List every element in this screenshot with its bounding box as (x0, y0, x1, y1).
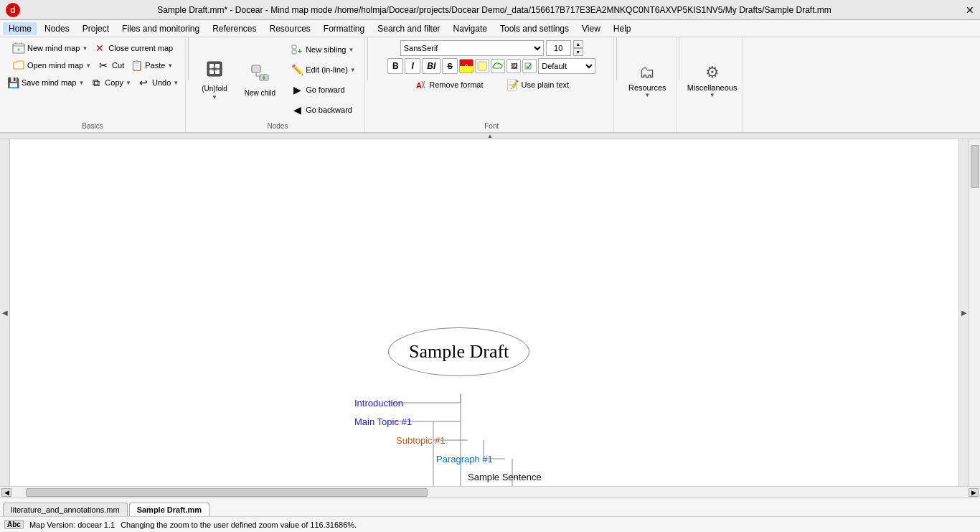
menu-navigate[interactable]: Navigate (448, 22, 493, 35)
go-forward-button[interactable]: ▶ Go forward (286, 80, 360, 99)
bold-button[interactable]: B (387, 58, 403, 74)
left-panel-toggle[interactable]: ◀ (0, 139, 10, 486)
right-panel-toggle[interactable]: ▶ (958, 139, 969, 486)
italic-button[interactable]: I (405, 58, 420, 74)
vscroll-thumb[interactable] (971, 145, 979, 188)
cloud-button[interactable] (491, 59, 505, 73)
open-map-icon (12, 59, 25, 72)
sep1 (188, 37, 189, 80)
paste-arrow: ▼ (167, 62, 173, 69)
menu-home[interactable]: Home (3, 22, 37, 35)
resources-icon: 🗂 (639, 63, 655, 82)
style-select[interactable]: Default (538, 58, 595, 74)
edit-inline-button[interactable]: ✏️ Edit (in-line) ▼ (286, 60, 360, 79)
tab-sample-draft[interactable]: Sample Draft.mm (129, 503, 209, 516)
menu-formatting[interactable]: Formatting (318, 22, 370, 35)
copy-label: Copy (105, 78, 123, 87)
node-sample-sentence-1[interactable]: Sample Sentence (468, 472, 542, 482)
paragraph-1-label: Paragraph #1 (436, 454, 493, 465)
remove-format-button[interactable]: A Remove format (410, 75, 487, 94)
main-area: ◀ (0, 139, 980, 486)
main-topic-1-label: Main Topic #1 (354, 416, 412, 427)
go-backward-button[interactable]: ◀ Go backward (286, 101, 360, 119)
unfold-button[interactable]: (Un)fold ▼ (195, 55, 234, 104)
undo-button[interactable]: ↩ Undo ▼ (135, 75, 181, 90)
toolbar-basics: + New mind map ▼ ✕ Close current map (0, 37, 186, 132)
paste-icon: 📋 (130, 59, 143, 72)
misc-arrow: ▼ (710, 92, 715, 98)
svg-rect-5 (207, 62, 222, 76)
node-paragraph-1[interactable]: Paragraph #1 (436, 454, 493, 465)
menu-tools[interactable]: Tools and settings (494, 22, 575, 35)
nodes-right-col: + New sibling ▼ ✏️ Edit (in-line) ▼ ▶ Go… (286, 40, 360, 119)
canvas[interactable]: Sample Draft Introduction Main Topic #1 … (10, 139, 958, 486)
check-icon-button[interactable] (522, 59, 537, 73)
node-subtopic-1[interactable]: Subtopic #1 (396, 435, 446, 446)
horizontal-scrollbar[interactable]: ◀ ▶ (0, 486, 980, 498)
go-backward-icon: ◀ (291, 103, 303, 116)
sep2 (367, 37, 368, 80)
menu-view[interactable]: View (576, 22, 606, 35)
font-size-input[interactable] (546, 40, 571, 56)
unfold-arrow: ▼ (212, 94, 217, 101)
open-mind-map-button[interactable]: Open mind map ▼ (10, 57, 93, 73)
toolbar: + New mind map ▼ ✕ Close current map (0, 37, 980, 134)
menu-search[interactable]: Search and filter (372, 22, 446, 35)
close-current-map-button[interactable]: ✕ Close current map (91, 40, 175, 56)
new-map-arrow: ▼ (82, 45, 88, 52)
toolbar-collapse[interactable]: ▲ (0, 134, 980, 139)
paste-button[interactable]: 📋 Paste ▼ (128, 57, 175, 73)
svg-text:A: A (416, 81, 422, 90)
app-logo: d (6, 3, 20, 17)
mindmap-lines (10, 139, 943, 486)
hscroll-right[interactable]: ▶ (969, 488, 979, 497)
new-sibling-label: New sibling (306, 45, 346, 54)
hscroll-thumb[interactable] (26, 488, 428, 497)
basics-label: Basics (0, 122, 185, 130)
strikethrough-button[interactable]: S (442, 58, 458, 74)
new-mind-map-button[interactable]: + New mind map ▼ (10, 40, 90, 56)
menu-project[interactable]: Project (77, 22, 115, 35)
copy-button[interactable]: ⧉ Copy ▼ (88, 75, 133, 90)
close-current-map-label: Close current map (108, 44, 173, 52)
menu-nodes[interactable]: Nodes (39, 22, 75, 35)
copy-icon: ⧉ (90, 76, 103, 89)
menu-help[interactable]: Help (608, 22, 637, 35)
new-child-button[interactable]: + New child (238, 60, 282, 101)
save-mind-map-button[interactable]: 💾 Save mind map ▼ (4, 75, 86, 90)
close-button[interactable]: ✕ (966, 4, 974, 16)
nodes-label: Nodes (191, 122, 364, 130)
mindmap-container: Sample Draft Introduction Main Topic #1 … (10, 139, 943, 486)
node-main-topic-1[interactable]: Main Topic #1 (354, 416, 412, 427)
close-map-icon: ✕ (93, 42, 106, 55)
node-introduction[interactable]: Introduction (354, 398, 403, 409)
toolbar-font: SansSerif ▲ ▼ B I BI S A 🖼 (370, 37, 614, 132)
root-node[interactable]: Sample Draft (388, 327, 529, 376)
font-label: Font (370, 122, 613, 130)
vertical-scrollbar[interactable] (969, 139, 980, 486)
new-sibling-button[interactable]: + New sibling ▼ (286, 40, 360, 59)
svg-text:+: + (263, 74, 267, 82)
toolbar-resources: 🗂 Resources ▼ (619, 37, 677, 132)
font-row2: B I BI S A 🖼 Default (387, 58, 595, 74)
menu-files[interactable]: Files and monitoring (116, 22, 205, 35)
font-family-select[interactable]: SansSerif (400, 40, 544, 56)
cut-button[interactable]: ✂ Cut (95, 57, 126, 73)
edit-inline-icon: ✏️ (291, 63, 303, 76)
font-size-up[interactable]: ▲ (573, 40, 583, 48)
cut-icon: ✂ (97, 59, 110, 72)
node-icon-button[interactable]: 🖼 (507, 59, 521, 73)
use-plain-text-button[interactable]: 📝 Use plain text (502, 75, 574, 94)
menu-references[interactable]: References (207, 22, 262, 35)
menu-resources[interactable]: Resources (264, 22, 316, 35)
bold-italic-button[interactable]: BI (422, 58, 440, 74)
tab-literature[interactable]: literature_and_annotations.mm (3, 503, 128, 516)
hscroll-left[interactable]: ◀ (1, 488, 11, 497)
font-size-down[interactable]: ▼ (573, 48, 583, 56)
bottom-tabs: literature_and_annotations.mm Sample Dra… (0, 498, 980, 516)
bg-color-button[interactable] (475, 59, 489, 73)
save-map-icon: 💾 (6, 76, 19, 89)
resources-arrow: ▼ (644, 92, 650, 98)
text-color-button[interactable]: A (459, 59, 473, 73)
toolbar-nodes: (Un)fold ▼ + New child + N (191, 37, 365, 132)
